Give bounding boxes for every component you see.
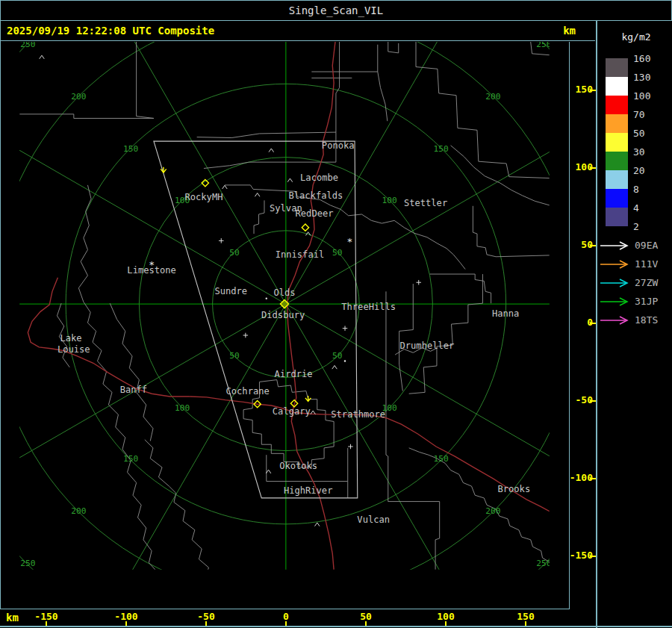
colorbar-threshold-4: 4 xyxy=(633,202,639,214)
radar-id-label-31JP: 31JP xyxy=(635,296,658,307)
city-label-louise: Louise xyxy=(57,344,90,355)
city-label-innisfail: Innisfail xyxy=(276,249,325,260)
county-boundary-lines-east xyxy=(386,206,550,570)
colorbar-threshold-8: 8 xyxy=(633,184,639,195)
city-label-rockymh: RockyMH xyxy=(184,192,223,202)
plus-marker xyxy=(243,333,249,338)
city-label-okotoks: Okotoks xyxy=(279,461,317,471)
radar-map-svg: 5050505010010010010015015015015020020020… xyxy=(0,42,569,609)
radar-id-label-18TS: 18TS xyxy=(635,314,658,326)
window-bottom-border xyxy=(0,626,672,627)
diamond-marker xyxy=(302,224,308,231)
ring-label-200: 200 xyxy=(485,92,500,102)
colorbar-threshold-20: 20 xyxy=(633,165,645,176)
right-axis: 150100500-50-100-150 xyxy=(569,42,596,609)
plus-marker xyxy=(416,280,421,285)
svg-text:*: * xyxy=(149,259,155,270)
plus-marker xyxy=(219,238,224,243)
radar-id-label-111V: 111V xyxy=(635,258,658,270)
caret-marker xyxy=(269,149,274,152)
bottom-axis-label--150: -150 xyxy=(30,611,63,622)
city-label-vulcan: Vulcan xyxy=(357,514,390,525)
window-title: Single_Scan_VIL xyxy=(289,4,383,16)
city-label-airdrie: Airdrie xyxy=(275,369,313,379)
right-axis-unit-label: km xyxy=(563,25,576,37)
ring-label-250: 250 xyxy=(536,559,551,568)
colorbar-threshold-70: 70 xyxy=(633,109,645,120)
ring-label-50: 50 xyxy=(229,248,239,258)
city-labels: PonokaLacombeBlackfaldsSylvanRedDeerStet… xyxy=(57,140,530,524)
arrow-down-marker xyxy=(305,396,311,401)
radar-arrow-row-27ZW: 27ZW xyxy=(597,279,672,287)
caret-marker xyxy=(223,185,228,189)
city-label-ponoka: Ponoka xyxy=(322,140,355,151)
map-right-border xyxy=(569,42,570,609)
bottom-axis-label--100: -100 xyxy=(110,611,143,622)
radar-arrow-icon xyxy=(599,241,633,250)
asterisk-marker: * xyxy=(149,259,155,270)
bottom-axis-unit-label: km xyxy=(6,612,19,624)
plus-marker xyxy=(348,444,353,450)
ring-label-200: 200 xyxy=(71,506,86,516)
city-label-brooks: Brooks xyxy=(497,484,530,494)
window-left-border xyxy=(0,0,1,609)
ring-label-150: 150 xyxy=(123,454,138,464)
colorbar-threshold-130: 130 xyxy=(633,72,650,83)
colorbar-threshold-30: 30 xyxy=(633,146,645,158)
city-label-lacombe: Lacombe xyxy=(300,172,338,183)
scan-timestamp: 2025/09/19 12:22:08 UTC Composite xyxy=(7,25,214,37)
caret-marker xyxy=(266,470,271,473)
colorbar-threshold-160: 160 xyxy=(633,53,650,64)
radar-id-label-27ZW: 27ZW xyxy=(635,277,658,288)
city-label-hanna: Hanna xyxy=(492,308,519,319)
bottom-axis-label--50: -50 xyxy=(190,611,223,622)
city-label-blackfalds: Blackfalds xyxy=(289,190,343,201)
ring-label-200: 200 xyxy=(485,506,500,516)
city-label-reddeer: RedDeer xyxy=(296,208,334,219)
ring-label-150: 150 xyxy=(433,454,448,464)
river-boundary-southeast xyxy=(409,448,550,562)
city-label-banff: Banff xyxy=(120,385,147,395)
ring-label-150: 150 xyxy=(123,144,138,154)
caret-marker xyxy=(287,178,293,182)
colorbar-box-6 xyxy=(606,170,628,189)
city-label-sundre: Sundre xyxy=(214,286,247,296)
colorbar-threshold-50: 50 xyxy=(633,128,645,139)
azimuth-spoke-60deg xyxy=(286,304,494,609)
radar-arrow-icon xyxy=(599,260,633,269)
radar-arrow-row-18TS: 18TS xyxy=(597,316,672,325)
colorbar-unit-label: kg/m2 xyxy=(618,31,654,43)
ring-label-50: 50 xyxy=(229,351,239,361)
city-label-cochrane: Cochrane xyxy=(226,386,270,397)
city-label-drumheller: Drumheller xyxy=(400,341,455,351)
radar-arrow-row-09EA: 09EA xyxy=(597,241,672,250)
caret-marker xyxy=(315,523,320,526)
colorbar-box-5 xyxy=(606,152,628,170)
dot-marker xyxy=(266,297,267,299)
bottom-axis: km -150-100-50050100150 xyxy=(0,609,596,627)
azimuth-spoke-240deg xyxy=(77,42,285,304)
bottom-axis-label-100: 100 xyxy=(429,611,462,622)
city-label-lake: Lake xyxy=(60,333,82,343)
bottom-axis-label-50: 50 xyxy=(349,611,382,622)
ring-label-200: 200 xyxy=(71,92,86,102)
colorbar-box-3 xyxy=(606,114,628,133)
ring-label-100: 100 xyxy=(175,403,190,413)
colorbar-box-1 xyxy=(606,77,628,96)
azimuth-spoke-120deg xyxy=(77,304,285,609)
colorbar-box-7 xyxy=(606,189,628,208)
map-bottom-border xyxy=(0,609,570,609)
range-ring-250km xyxy=(0,42,569,609)
ring-label-100: 100 xyxy=(382,196,397,205)
ring-label-250: 250 xyxy=(20,42,35,49)
ring-label-150: 150 xyxy=(433,144,448,154)
window-title-bar: Single_Scan_VIL xyxy=(0,0,672,21)
colorbar-threshold-100: 100 xyxy=(633,90,650,102)
city-label-strathmore: Strathmore xyxy=(331,409,385,420)
colorbar-box-8 xyxy=(606,208,628,226)
ring-label-250: 250 xyxy=(20,559,35,568)
legend-panel: kg/m2 16013010070503020842 09EA111V27ZW3… xyxy=(596,21,672,628)
city-label-threehills: ThreeHills xyxy=(341,302,396,312)
radar-map-canvas[interactable]: 5050505010010010010015015015015020020020… xyxy=(0,42,569,609)
caret-marker xyxy=(332,366,337,370)
